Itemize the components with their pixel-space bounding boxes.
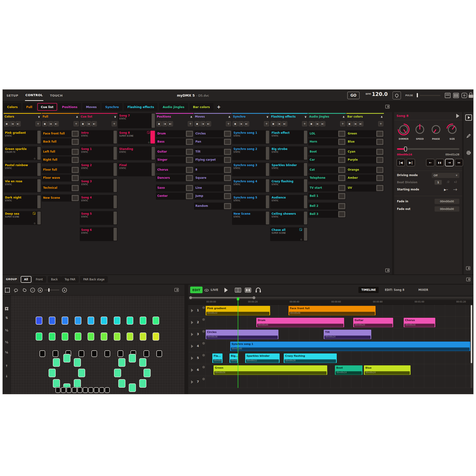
scene-tile-square[interactable]: Square <box>194 174 232 182</box>
group-button-back[interactable]: Back <box>48 276 61 283</box>
scene-tile-chorus[interactable]: Chorus <box>156 166 193 173</box>
fixture-ring1-1[interactable] <box>63 354 70 362</box>
fixture-row3-10[interactable] <box>156 350 162 357</box>
player-play-icon[interactable] <box>456 114 459 118</box>
move-down-icon[interactable]: ↓ <box>3 374 11 378</box>
scene-tile-final[interactable]: FinalSTATIC <box>118 163 155 176</box>
go-previous-button[interactable]: |◀ <box>396 159 405 166</box>
scene-tile-telephone[interactable]: Telephone <box>308 174 346 182</box>
clip-drum[interactable]: Drum00m00s44 <box>256 318 344 327</box>
scene-tile-song-8[interactable]: Song 8SUPER SCENE◇ <box>118 130 155 144</box>
scene-tile-horn[interactable]: Horn <box>308 138 346 145</box>
fixture-row3-4[interactable] <box>79 350 84 357</box>
scene-fader[interactable] <box>37 147 41 160</box>
chevron-down-icon[interactable]: ∨ <box>304 115 307 119</box>
clip-big-[interactable]: Big...00m00s04 <box>229 353 238 363</box>
scene-fader[interactable] <box>114 212 117 224</box>
bpm-value[interactable]: 120.0 <box>372 91 388 97</box>
scene-tile-lol[interactable]: LOL <box>308 130 346 137</box>
fixture-row2-1[interactable] <box>36 333 42 340</box>
scene-tile-new-scene[interactable]: New SceneSTATIC <box>232 211 270 225</box>
scene-tile-floor-wave[interactable]: Floor wave <box>42 174 79 182</box>
add-scene-button[interactable]: + <box>112 121 117 126</box>
chevron-up-icon[interactable]: ∧ <box>190 115 192 119</box>
scene-tile-green-sparkle[interactable]: Green sparkleCOLOR FX◇ <box>3 146 41 160</box>
chevron-down-icon[interactable]: ∨ <box>114 115 116 119</box>
starting-mode-add-icon[interactable]: ─✛ <box>453 188 458 191</box>
scene-tile-circles[interactable]: Circles <box>194 130 232 137</box>
previous-button[interactable]: |◀ <box>353 121 358 126</box>
scene-tile-left-full[interactable]: Left full <box>42 148 79 155</box>
scene-fader[interactable] <box>266 212 269 224</box>
track-expand-arrow[interactable] <box>191 345 193 348</box>
pause-button[interactable]: ▮▮ <box>436 159 444 166</box>
tab-flashing-effects[interactable]: Flashing effects <box>124 103 157 111</box>
tab-moves[interactable]: Moves <box>82 103 100 111</box>
scene-fader[interactable] <box>114 195 117 208</box>
scene-tile-song-5[interactable]: Song 5STATIC <box>80 211 117 225</box>
fixture-ring2-8[interactable] <box>118 358 125 367</box>
starting-mode-play-icon[interactable]: ▶─ <box>444 188 448 191</box>
clip-sparkles-blinder[interactable]: Sparkles blinder00m00s12 <box>245 353 280 363</box>
scene-fader[interactable] <box>37 179 41 192</box>
pulse-slider-track[interactable] <box>420 95 441 96</box>
fixture-row3-1[interactable] <box>39 350 45 357</box>
fixture-ring1-8[interactable] <box>53 358 60 367</box>
scene-tile-song-3[interactable]: Song 3STATIC <box>80 179 117 192</box>
scene-tile-synchro-song-1[interactable]: Synchro song 1STATIC <box>232 130 270 144</box>
fixture-ring2-4[interactable] <box>139 379 146 388</box>
scene-fader[interactable] <box>266 179 269 192</box>
previous-button[interactable]: |◀ <box>86 121 91 126</box>
settings-target-icon[interactable] <box>461 93 467 98</box>
live-mode-button[interactable]: LIVE <box>211 288 218 291</box>
bounce-button[interactable]: ↔ <box>455 159 463 166</box>
fixture-row2-5[interactable] <box>87 333 94 340</box>
fixture-row2-9[interactable] <box>140 333 146 340</box>
scene-tile-cyan[interactable]: Cyan <box>346 148 384 155</box>
next-button[interactable]: ▶| <box>16 121 21 126</box>
fixture-row3-6[interactable] <box>104 350 110 357</box>
fixture-ring2-3[interactable] <box>143 369 151 377</box>
track-toggle-icon[interactable] <box>202 306 205 309</box>
track-expand-arrow[interactable] <box>191 333 193 336</box>
scene-fader[interactable] <box>152 147 155 160</box>
scene-tile-flying-carpet[interactable]: Flying carpet <box>194 156 232 164</box>
scene-tile-technical[interactable]: Technical <box>42 185 79 192</box>
fixture-row1-10[interactable] <box>153 317 159 325</box>
timeline-vscrollbar[interactable] <box>471 305 473 388</box>
chevron-up-icon[interactable]: ∧ <box>228 115 231 119</box>
move-up-icon[interactable]: ↑ <box>3 364 11 368</box>
stop-button[interactable]: ■ <box>42 121 47 126</box>
scene-tile-synchro-song-4[interactable]: Synchro song 4STATIC <box>232 179 270 192</box>
fixture-bottom-8[interactable] <box>94 387 99 393</box>
quarter-scale-icon[interactable]: ¼ <box>3 351 11 354</box>
scene-tile-song-6[interactable]: Song 6STATIC <box>80 227 117 241</box>
fixture-row1-4[interactable] <box>75 317 81 325</box>
group-button-front[interactable]: Front <box>33 276 46 283</box>
go-button[interactable]: GO <box>347 92 360 99</box>
scene-fader[interactable] <box>304 179 307 192</box>
scene-tile-uv[interactable]: UV <box>346 185 384 192</box>
fixture-bottom-10[interactable] <box>105 387 110 393</box>
scene-fader[interactable] <box>266 163 269 176</box>
fade-in-value[interactable]: 00m00s00 <box>435 199 459 204</box>
pencil-icon[interactable] <box>466 134 471 139</box>
board-collapse-icon[interactable] <box>385 269 390 272</box>
chevron-up-icon[interactable]: ∧ <box>380 115 383 119</box>
tab-synchro[interactable]: Synchro <box>102 103 122 111</box>
clip-circles[interactable]: Circles00m00s36 <box>205 329 279 340</box>
clip-crazy-flashing[interactable]: Crazy flashing00m00s28 <box>284 353 337 363</box>
timeline-play-button[interactable] <box>224 288 228 292</box>
fixture-ring2-1[interactable] <box>129 354 136 362</box>
scene-fader[interactable] <box>304 147 307 160</box>
half-scale-2-icon[interactable]: ½ <box>3 340 11 344</box>
fixture-row1-1[interactable] <box>36 317 42 325</box>
stop-button[interactable]: ■ <box>194 121 200 126</box>
stage-canvas[interactable]: ⇅ ½ ½ ¼ ↑ ↓ <box>3 296 185 394</box>
fixture-bottom-7[interactable] <box>88 387 93 393</box>
scene-tile-green[interactable]: Green <box>346 130 384 137</box>
scene-tile-synchro-song-2[interactable]: Synchro song 2STATIC <box>232 146 270 160</box>
next-button[interactable]: ▶| <box>244 121 249 126</box>
fixture-ring2-6[interactable] <box>118 379 125 388</box>
scene-fader[interactable] <box>152 163 155 176</box>
